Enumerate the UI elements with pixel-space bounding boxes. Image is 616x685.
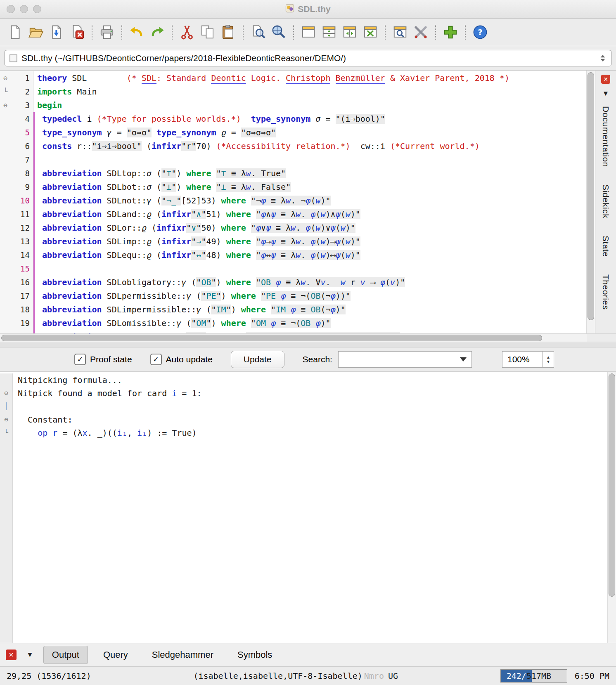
focus-buffer-button[interactable] bbox=[390, 21, 410, 43]
scrollbar-thumb[interactable] bbox=[588, 72, 594, 320]
redo-button[interactable] bbox=[147, 21, 168, 43]
find-in-directory-button[interactable] bbox=[268, 21, 289, 43]
code-editor[interactable]: ⊖1theory SDL (* SDL: Standard Deontic Lo… bbox=[0, 71, 586, 333]
checkbox-check-icon: ✓ bbox=[150, 354, 162, 365]
fold-marker-icon[interactable]: ⊖ bbox=[0, 413, 13, 426]
code-line-text[interactable]: abbreviation SDLand::ϱ (infixr"∧"51) whe… bbox=[33, 208, 586, 221]
code-line-text[interactable] bbox=[33, 153, 586, 167]
fold-marker-icon[interactable]: ⊖ bbox=[0, 71, 11, 85]
proof-state-checkbox[interactable]: ✓ Proof state bbox=[74, 354, 132, 365]
code-line-text[interactable]: type_synonym γ = "σ⇒σ" type_synonym ϱ = … bbox=[33, 126, 586, 139]
output-vertical-scrollbar[interactable] bbox=[607, 372, 616, 643]
code-line-text[interactable]: imports Main bbox=[33, 85, 586, 99]
code-line-text[interactable]: abbreviation SDLoptional::γ ("OP") where… bbox=[33, 330, 586, 333]
fold-marker-icon[interactable]: │ bbox=[0, 400, 13, 413]
close-dock-icon[interactable]: ✕ bbox=[6, 650, 17, 660]
code-line: 20 abbreviation SDLoptional::γ ("OP") wh… bbox=[0, 330, 586, 333]
code-line-text[interactable]: abbreviation SDLomissible::γ ("OM") wher… bbox=[33, 317, 586, 330]
split-vertical-button[interactable] bbox=[339, 21, 360, 43]
auto-update-checkbox[interactable]: ✓ Auto update bbox=[150, 354, 213, 365]
code-line-text[interactable]: abbreviation SDLimp::ϱ (infixr"→"49) whe… bbox=[33, 235, 586, 248]
find-button[interactable] bbox=[248, 21, 268, 43]
dock-tab-theories[interactable]: Theories bbox=[601, 274, 611, 310]
split-horizontal-button[interactable] bbox=[319, 21, 339, 43]
fold-gutter bbox=[0, 194, 11, 208]
fold-marker-icon[interactable]: └ bbox=[0, 85, 11, 99]
output-line: └ op r = (λx. _)((i₁, i₁) := True) bbox=[0, 426, 607, 439]
copy-button[interactable] bbox=[197, 21, 218, 43]
code-line-text[interactable]: abbreviation SDLbot::σ ("⊥") where "⊥ ≡ … bbox=[33, 180, 586, 194]
search-combobox[interactable] bbox=[338, 351, 472, 368]
toolbar-separator bbox=[293, 25, 294, 40]
fold-marker-icon[interactable]: └ bbox=[0, 426, 13, 439]
toolbar-separator bbox=[385, 25, 386, 40]
dock-options-arrow-icon[interactable]: ▼ bbox=[26, 651, 33, 659]
tab-query[interactable]: Query bbox=[95, 646, 137, 664]
new-file-button[interactable] bbox=[5, 21, 26, 43]
cut-button[interactable] bbox=[177, 21, 197, 43]
code-line-text[interactable]: consts r::"i⇒i⇒bool" (infixr"r"70) (*Acc… bbox=[33, 139, 586, 153]
dock-menu-arrow-icon[interactable]: ▼ bbox=[602, 90, 609, 98]
code-line: 7 bbox=[0, 153, 586, 167]
dock-tab-documentation[interactable]: Documentation bbox=[601, 106, 611, 167]
split-horizontal-icon bbox=[321, 24, 337, 40]
fold-marker-icon[interactable]: ⊖ bbox=[0, 387, 13, 400]
tab-output[interactable]: Output bbox=[43, 646, 88, 664]
unsplit-icon bbox=[362, 24, 378, 40]
buffer-selector[interactable]: SDL.thy (~/GITHUBS/DeonticCorner/papers/… bbox=[4, 50, 612, 66]
stepper-arrows-icon[interactable]: ▲▼ bbox=[543, 352, 554, 367]
buffer-stepper-icon[interactable] bbox=[599, 54, 607, 63]
code-line-text[interactable]: abbreviation SDLnot::γ ("¬_"[52]53) wher… bbox=[33, 194, 586, 208]
dock-tab-sidekick[interactable]: Sidekick bbox=[601, 184, 611, 218]
code-line-text[interactable]: begin bbox=[33, 99, 586, 112]
memory-gauge[interactable]: 242/517MB bbox=[500, 669, 567, 683]
fold-marker-icon[interactable]: ⊖ bbox=[0, 99, 11, 112]
editor-horizontal-scrollbar[interactable] bbox=[0, 333, 587, 342]
code-line-text[interactable]: abbreviation SDLimpermissible::γ ("IM") … bbox=[33, 303, 586, 317]
open-file-button[interactable] bbox=[26, 21, 46, 43]
code-line-text[interactable]: theory SDL (* SDL: Standard Deontic Logi… bbox=[33, 71, 586, 85]
code-line-text[interactable]: abbreviation SDLpermissible::γ ("PE") wh… bbox=[33, 289, 586, 303]
print-button[interactable] bbox=[97, 21, 117, 43]
scrollbar-thumb[interactable] bbox=[609, 373, 615, 597]
plugin-manager-button[interactable] bbox=[440, 21, 461, 43]
dock-splitter[interactable] bbox=[0, 342, 616, 347]
close-buffer-button[interactable] bbox=[67, 21, 88, 43]
line-number: 3 bbox=[11, 99, 33, 112]
dock-tab-state[interactable]: State bbox=[601, 236, 611, 257]
zoom-window-button[interactable] bbox=[33, 5, 41, 13]
code-line: ⊖3begin bbox=[0, 99, 586, 112]
minimize-window-button[interactable] bbox=[20, 5, 28, 13]
new-view-button[interactable] bbox=[298, 21, 319, 43]
help-button[interactable]: ? bbox=[470, 21, 490, 43]
code-line: 14 abbreviation SDLequ::ϱ (infixr"↔"48) … bbox=[0, 248, 586, 262]
save-button[interactable] bbox=[46, 21, 67, 43]
code-line-text[interactable]: abbreviation SDLtop::σ ("⊤") where "⊤ ≡ … bbox=[33, 167, 586, 180]
preferences-button[interactable] bbox=[410, 21, 431, 43]
output-panel[interactable]: Nitpicking formula...⊖Nitpick found a mo… bbox=[0, 372, 607, 643]
status-bar: 29,25 (1536/1612) (isabelle,isabelle,UTF… bbox=[0, 666, 616, 685]
right-dock: ✕ ▼ DocumentationSidekickStateTheories bbox=[595, 71, 616, 333]
undo-button[interactable] bbox=[126, 21, 147, 43]
focus-buffer-icon bbox=[392, 24, 408, 40]
scrollbar-thumb[interactable] bbox=[1, 335, 542, 341]
code-line-text[interactable]: abbreviation SDLobligatory::γ ("OB") whe… bbox=[33, 276, 586, 289]
line-number: 5 bbox=[11, 126, 33, 139]
close-window-button[interactable] bbox=[7, 5, 15, 13]
tab-sledgehammer[interactable]: Sledgehammer bbox=[143, 646, 222, 664]
error-marker-icon[interactable]: ✕ bbox=[601, 75, 610, 84]
paste-button[interactable] bbox=[218, 21, 239, 43]
code-line: 19 abbreviation SDLomissible::γ ("OM") w… bbox=[0, 317, 586, 330]
code-line-text[interactable]: abbreviation SDLor::ϱ (infixr"∨"50) wher… bbox=[33, 221, 586, 235]
help-icon: ? bbox=[472, 24, 488, 40]
code-line: 15 bbox=[0, 262, 586, 276]
zoom-spinner[interactable]: 100% ▲▼ bbox=[502, 351, 554, 368]
code-line-text[interactable]: typedecl i (*Type for possible worlds.*)… bbox=[33, 112, 586, 126]
tab-symbols[interactable]: Symbols bbox=[229, 646, 281, 664]
paste-icon bbox=[220, 24, 236, 40]
update-button[interactable]: Update bbox=[231, 351, 284, 368]
unsplit-button[interactable] bbox=[360, 21, 381, 43]
code-line-text[interactable] bbox=[33, 262, 586, 276]
editor-vertical-scrollbar[interactable] bbox=[586, 71, 595, 333]
code-line-text[interactable]: abbreviation SDLequ::ϱ (infixr"↔"48) whe… bbox=[33, 248, 586, 262]
